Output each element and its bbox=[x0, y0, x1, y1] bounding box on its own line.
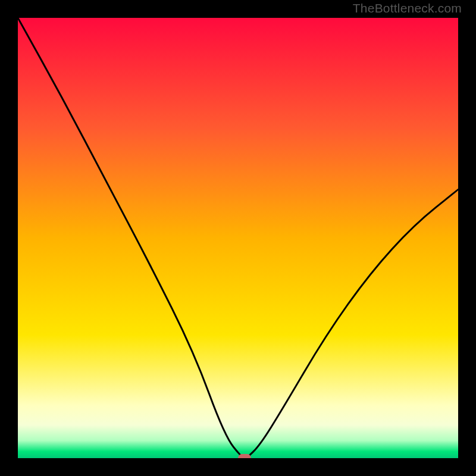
watermark-label: TheBottleneck.com bbox=[353, 1, 462, 15]
optimal-point-marker bbox=[238, 454, 251, 458]
chart-plot-area bbox=[18, 18, 458, 458]
chart-frame bbox=[11, 11, 465, 465]
chart-curve bbox=[18, 18, 458, 458]
